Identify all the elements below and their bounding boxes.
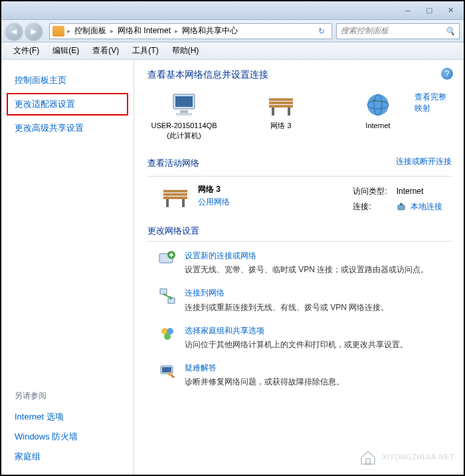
svg-rect-2 [180,110,188,113]
menu-view[interactable]: 查看(V) [86,45,126,56]
minimize-button[interactable]: ─ [399,5,417,17]
map-computer-sub: (此计算机) [147,131,221,141]
also-internet-options[interactable]: Internet 选项 [15,407,120,427]
active-network: 网络 3 公用网络 [161,183,230,210]
connect-disconnect-link[interactable]: 连接或断开连接 [396,156,452,167]
svg-rect-4 [269,98,293,101]
svg-rect-15 [166,199,169,207]
forward-button[interactable]: ► [25,23,43,40]
svg-rect-28 [162,367,171,372]
setup-new-connection[interactable]: 设置新的连接或网络 设置无线、宽带、拨号、临时或 VPN 连接；或设置路由器或访… [158,250,452,276]
troubleshoot[interactable]: 疑难解答 诊断并修复网络问题，或获得故障排除信息。 [158,362,452,388]
svg-rect-30 [366,459,370,464]
svg-rect-17 [398,205,405,210]
map-network: 网络 3 [244,92,318,131]
active-networks-title: 查看活动网络 [147,157,199,169]
bench-icon [266,92,296,118]
menu-tools[interactable]: 工具(T) [126,45,165,56]
connect-to-network[interactable]: 连接到网络 连接到或重新连接到无线、有线、拨号或 VPN 网络连接。 [158,287,452,313]
sidebar-advanced-sharing[interactable]: 更改高级共享设置 [1,118,134,138]
svg-rect-3 [176,113,192,116]
map-computer-label: USER-20150114QB [147,121,221,131]
menubar: 文件(F) 编辑(E) 查看(V) 工具(T) 帮助(H) [1,42,464,60]
also-windows-firewall[interactable]: Windows 防火墙 [15,427,120,447]
svg-rect-8 [288,108,290,116]
menu-help[interactable]: 帮助(H) [165,45,206,56]
svg-rect-16 [182,199,185,207]
svg-point-29 [168,372,172,376]
watermark: XITONGZHIJIA.NET [359,449,454,465]
map-this-computer: USER-20150114QB (此计算机) [147,92,221,141]
watermark-text: XITONGZHIJIA.NET [382,453,454,461]
breadcrumb-item[interactable]: 网络和共享中心 [178,25,242,37]
sidebar: 控制面板主页 更改适配器设置 更改高级共享设置 另请参阅 Internet 选项… [1,60,134,475]
computer-icon [169,92,199,118]
house-icon [359,449,377,465]
back-button[interactable]: ◄ [5,23,23,40]
svg-rect-18 [400,203,403,205]
sidebar-home[interactable]: 控制面板主页 [1,70,134,90]
menu-file[interactable]: 文件(F) [7,45,46,56]
connect-to-network-desc: 连接到或重新连接到无线、有线、拨号或 VPN 网络连接。 [185,303,389,312]
breadcrumb-item[interactable]: 网络和 Internet [114,25,175,37]
refresh-icon[interactable]: ↻ [314,27,329,36]
folder-icon [52,26,64,37]
setup-new-connection-desc: 设置无线、宽带、拨号、临时或 VPN 连接；或设置路由器或访问点。 [185,265,428,274]
search-icon: 🔍 [445,27,455,36]
page-title: 查看基本网络信息并设置连接 [147,69,452,81]
help-icon[interactable]: ? [441,68,453,80]
connection-label: 连接: [353,200,395,214]
close-button[interactable]: ✕ [441,5,460,17]
homegroup-sharing[interactable]: 选择家庭组和共享选项 访问位于其他网络计算机上的文件和打印机，或更改共享设置。 [158,325,452,351]
divider [147,241,452,242]
divider [147,176,452,177]
breadcrumb-item[interactable]: 控制面板 [70,25,110,37]
troubleshoot-icon [158,362,177,380]
network-adapter-icon [397,202,406,212]
change-settings-title: 更改网络设置 [147,225,452,237]
connect-to-network-title[interactable]: 连接到网络 [185,287,389,299]
network-name: 网络 3 [198,183,230,196]
homegroup-sharing-desc: 访问位于其他网络计算机上的文件和打印机，或更改共享设置。 [185,340,408,349]
navbar: ◄ ► ▸ 控制面板 ▸ 网络和 Internet ▸ 网络和共享中心 ↻ 搜索… [1,20,464,42]
svg-rect-7 [272,108,274,116]
globe-icon [363,92,393,118]
sidebar-adapter-settings[interactable]: 更改适配器设置 [15,97,120,112]
bench-icon [161,183,190,210]
view-full-map-link[interactable]: 查看完整映射 [415,92,452,114]
svg-point-26 [164,333,171,340]
map-internet: Internet [341,92,415,131]
homegroup-sharing-title[interactable]: 选择家庭组和共享选项 [185,325,408,337]
breadcrumb[interactable]: ▸ 控制面板 ▸ 网络和 Internet ▸ 网络和共享中心 ↻ [49,23,332,39]
highlight-annotation: 更改适配器设置 [7,93,128,116]
also-see: 另请参阅 Internet 选项 Windows 防火墙 家庭组 [1,380,134,475]
connection-link[interactable]: 本地连接 [411,202,442,211]
new-connection-icon [158,250,177,268]
access-type-label: 访问类型: [353,185,395,199]
svg-rect-12 [163,190,187,193]
content: ? 查看基本网络信息并设置连接 USER-20150114QB (此计算机) [134,60,464,475]
also-see-title: 另请参阅 [15,390,120,402]
svg-rect-13 [163,193,187,196]
connect-network-icon [158,287,177,305]
maximize-button[interactable]: ▢ [420,5,438,17]
map-network-label: 网络 3 [244,121,318,131]
svg-rect-14 [163,197,187,199]
svg-point-9 [367,94,389,116]
also-homegroup[interactable]: 家庭组 [15,447,120,467]
svg-rect-21 [160,289,167,294]
search-input[interactable]: 搜索控制面板 🔍 [336,23,460,39]
homegroup-icon [158,325,177,343]
setup-new-connection-title[interactable]: 设置新的连接或网络 [185,250,428,262]
troubleshoot-title[interactable]: 疑难解答 [185,362,344,374]
network-type-link[interactable]: 公用网络 [198,196,230,208]
svg-rect-1 [175,96,193,107]
map-internet-label: Internet [341,121,415,131]
titlebar: ─ ▢ ✕ [1,1,464,20]
menu-edit[interactable]: 编辑(E) [46,45,86,56]
access-type-value: Internet [397,185,450,199]
svg-rect-6 [269,105,293,108]
svg-rect-5 [269,102,293,104]
troubleshoot-desc: 诊断并修复网络问题，或获得故障排除信息。 [185,377,344,386]
search-placeholder: 搜索控制面板 [341,25,389,37]
